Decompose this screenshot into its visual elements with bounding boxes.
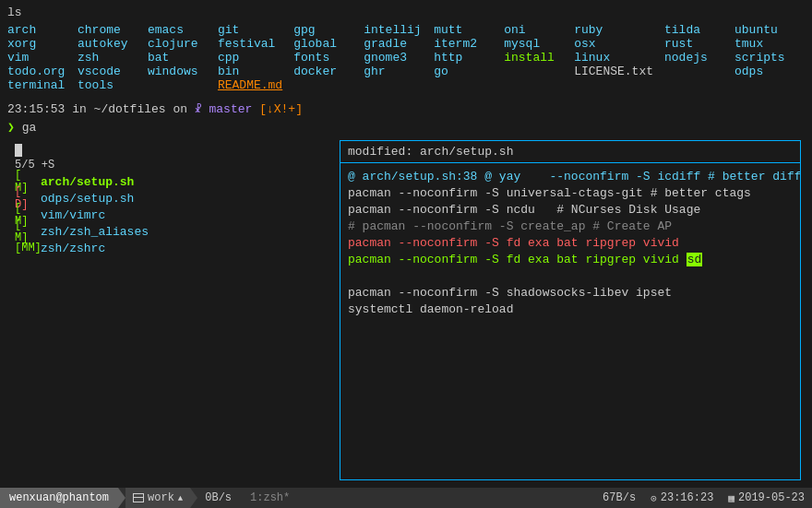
filename: arch/setup.sh (41, 175, 134, 189)
diff-highlight: sd (687, 253, 703, 266)
ls-item: scripts (734, 51, 805, 65)
ls-item: docker (293, 65, 364, 78)
status-user-host: wenxuan@phantom (0, 488, 118, 508)
window-icon (133, 493, 144, 502)
ls-item: global (293, 37, 364, 51)
net-speed-text: 0B/s (205, 491, 232, 504)
ls-item: vscode (78, 65, 148, 78)
ls-item: mutt (434, 23, 504, 37)
ls-item-readme: README.md (218, 78, 293, 92)
date-text: 2019-05-23 (738, 491, 805, 504)
main-content: 5/5 +S [ M] arch/setup.sh [ D] odps/setu… (7, 138, 805, 482)
ls-grid: arch chrome emacs git gpg intellij mutt … (7, 23, 805, 92)
ls-item: git (218, 23, 293, 37)
left-panel: 5/5 +S [ M] arch/setup.sh [ D] odps/setu… (7, 138, 340, 482)
ls-item: tmux (734, 37, 805, 51)
diff-line: pacman --noconfirm -S shadowsocks-libev … (348, 285, 793, 301)
ls-item: gradle (364, 37, 434, 51)
diff-line: systemctl daemon-reload (348, 301, 793, 318)
time-text: 23:16:23 (661, 491, 714, 504)
diff-line: pacman --noconfirm -S universal-ctags-gi… (348, 185, 793, 202)
ls-item: ruby (574, 23, 664, 37)
workspace-label: work (148, 491, 174, 504)
ls-item (664, 65, 734, 78)
diff-file-ref: @ arch/setup.sh:38 @ yay --noconfirm -S … (348, 169, 793, 185)
file-item: [ M] vim/vimrc (15, 207, 332, 223)
status-sep-2 (190, 488, 197, 508)
ls-item: fonts (293, 51, 364, 65)
ls-item: xorg (7, 37, 78, 51)
shell-text: 1:zsh* (250, 491, 290, 504)
ls-item (148, 78, 218, 92)
diff-panel: modified: arch/setup.sh @ arch/setup.sh:… (340, 140, 801, 480)
ls-item: ghr (364, 65, 434, 78)
ls-item: clojure (148, 37, 218, 51)
diff-content: @ arch/setup.sh:38 @ yay --noconfirm -S … (340, 163, 800, 479)
diff-line-deleted: pacman --noconfirm -S fd exa bat ripgrep… (348, 235, 793, 252)
diff-header: modified: arch/setup.sh (340, 141, 800, 163)
ls-item: festival (218, 37, 293, 51)
filename: zsh/zshrc (41, 242, 105, 255)
file-item: [ D] odps/setup.sh (15, 190, 332, 207)
ls-item: intellij (364, 23, 434, 37)
file-marker: [ M] (15, 219, 41, 244)
file-item: [ M] arch/setup.sh (15, 173, 332, 190)
diff-line: pacman --noconfirm -S ncdu # NCurses Dis… (348, 202, 793, 219)
clock-icon: ⊙ (651, 492, 657, 504)
ls-item: LICENSE.txt (574, 65, 664, 78)
ls-item: iterm2 (434, 37, 504, 51)
ls-item: zsh (78, 51, 148, 65)
ls-command: ls (7, 6, 805, 19)
diff-line: # pacman --noconfirm -S create_ap # Crea… (348, 219, 793, 235)
diff-line (348, 268, 793, 285)
file-item: [MM] zsh/zshrc (15, 240, 332, 256)
up-arrow-icon (178, 491, 183, 504)
ls-item: linux (574, 51, 664, 65)
status-upload: 67B/s (595, 488, 643, 508)
cursor-block (15, 144, 22, 157)
ls-item: gnome3 (364, 51, 434, 65)
statusbar: wenxuan@phantom work 0B/s 1:zsh* 67B/s ⊙… (0, 488, 812, 508)
vim-status: 5/5 +S (15, 159, 332, 171)
ls-item: http (434, 51, 504, 65)
ls-item: ubuntu (734, 23, 805, 37)
ls-item: autokey (78, 37, 148, 51)
ls-item: nodejs (664, 51, 734, 65)
terminal: ls arch chrome emacs git gpg intellij mu… (0, 0, 812, 488)
ls-item: terminal (7, 78, 78, 92)
ls-item: windows (148, 65, 218, 78)
diff-line-added: pacman --noconfirm -S fd exa bat ripgrep… (348, 252, 793, 268)
timestamp: 23:15:53 in ~/dotfiles on (7, 102, 187, 116)
ls-item: rust (664, 37, 734, 51)
status-netspeed: 0B/s (197, 488, 239, 508)
calendar-icon: ▦ (728, 492, 734, 504)
ga-command-text: ga (22, 121, 37, 135)
ls-item: mysql (504, 37, 574, 51)
git-branch-icon: ☧ (195, 102, 209, 116)
git-status-text: [↓X!+] (259, 102, 303, 116)
ls-item: bin (218, 65, 293, 78)
ls-item: chrome (78, 23, 148, 37)
filename: zsh/zsh_aliases (41, 225, 149, 239)
ls-item: oni (504, 23, 574, 37)
user-host-text: wenxuan@phantom (9, 491, 109, 504)
file-marker: [MM] (15, 242, 41, 254)
status-date: ▦ 2019-05-23 (721, 488, 812, 508)
prompt-arrow: ❯ (7, 121, 22, 135)
ls-item: tilda (664, 23, 734, 37)
ls-item: odps (734, 65, 805, 78)
ls-item: emacs (148, 23, 218, 37)
ls-item: todo.org (7, 65, 78, 78)
file-item: [ M] zsh/zsh_aliases (15, 223, 332, 240)
prompt-line: 23:15:53 in ~/dotfiles on ☧ master [↓X!+… (7, 101, 805, 116)
ls-item: tools (78, 78, 148, 92)
filename: vim/vimrc (41, 208, 105, 222)
cursor-line (15, 142, 332, 159)
ga-command-line: ❯ ga (7, 120, 805, 135)
branch-name: master (209, 102, 253, 116)
ls-item: gpg (293, 23, 364, 37)
ls-item: cpp (218, 51, 293, 65)
status-sep-1 (118, 488, 125, 508)
ls-item: osx (574, 37, 664, 51)
ls-item (504, 65, 574, 78)
